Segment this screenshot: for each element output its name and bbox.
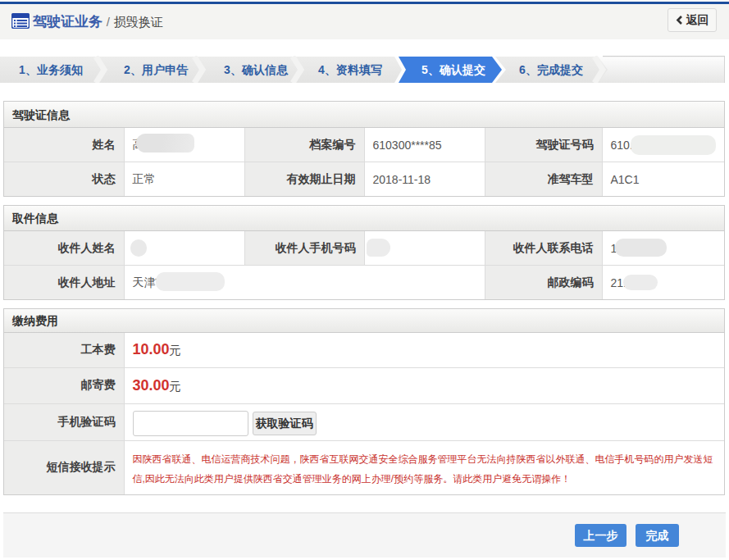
- svg-text:1、业务须知: 1、业务须知: [19, 63, 83, 76]
- svg-text:4、资料填写: 4、资料填写: [318, 63, 382, 76]
- svg-text:2、用户申告: 2、用户申告: [124, 63, 189, 76]
- svg-text:5、确认提交: 5、确认提交: [421, 63, 485, 76]
- svg-text:6、完成提交: 6、完成提交: [519, 63, 583, 76]
- svg-text:3、确认信息: 3、确认信息: [224, 63, 289, 76]
